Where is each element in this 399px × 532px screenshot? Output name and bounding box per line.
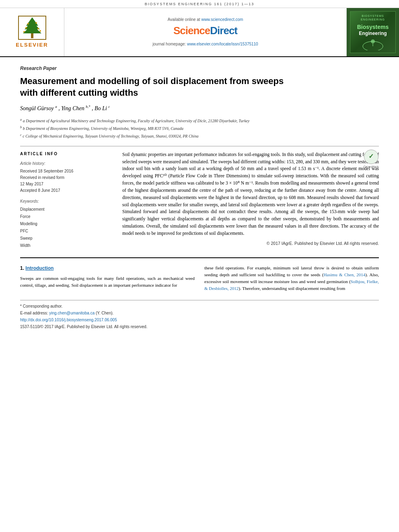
section-1-right-text: these field operations. For example, min…: [204, 265, 379, 292]
author-3: Bo Li: [95, 105, 108, 111]
copyright-line: © 2017 IAgrE. Published by Elsevier Ltd.…: [122, 240, 379, 246]
ref-solhjou[interactable]: Solhjou, Fielke, & Desbiolles, 2012: [204, 279, 379, 291]
keyword-2: Force: [20, 213, 113, 220]
paper-lower-section: 1. Introduction Sweeps are common soil-e…: [20, 257, 379, 292]
svg-point-9: [39, 30, 41, 32]
corresponding-author-note: * Corresponding author.: [20, 304, 379, 309]
keyword-6: Width: [20, 242, 113, 249]
available-online-text: Available online at www.sciencedirect.co…: [168, 17, 243, 23]
section-1-header: 1. Introduction: [20, 265, 195, 272]
email-suffix: (Y. Chen).: [96, 311, 113, 315]
biosystems-cover-inner: BIOSYSTEMS ENGINEERING Biosystems Engine…: [350, 11, 396, 53]
received-revised-label: Received in revised form: [20, 175, 113, 181]
journal-logos-row: ELSEVIER Available online at www.science…: [0, 8, 399, 56]
article-history-label: Article history:: [20, 161, 113, 166]
crossmark-icon: ✓: [364, 150, 378, 164]
crossmark-badge[interactable]: ✓ CrossMark: [364, 150, 379, 169]
doi-note: http://dx.doi.org/10.1016/j.biosystemsen…: [20, 317, 379, 323]
keyword-4: PFC: [20, 228, 113, 235]
svg-point-7: [37, 28, 39, 29]
keyword-3: Modelling: [20, 220, 113, 228]
paper-content: ✓ CrossMark Research Paper Measurement a…: [0, 57, 399, 339]
science-logo-science: Science: [173, 25, 210, 37]
author-1-sup: a: [55, 105, 57, 109]
affiliation-c: c c College of Mechanical Engineering, T…: [20, 133, 379, 139]
science-direct-url-link[interactable]: www.sciencedirect.com: [201, 17, 243, 22]
science-logo-direct: Direct: [210, 25, 237, 37]
journal-center-box: Available online at www.sciencedirect.co…: [64, 8, 347, 56]
biosystems-cover-decoration: [361, 38, 385, 50]
email-note: E-mail address: ying.chen@umanitoba.ca (…: [20, 310, 379, 316]
body-col-right: these field operations. For example, min…: [204, 265, 379, 292]
received-date: Received 18 September 2016: [20, 168, 113, 175]
section-1-left-text: Sweeps are common soil-engaging tools fo…: [20, 275, 195, 289]
keywords-label: Keywords:: [20, 199, 113, 204]
body-two-col: 1. Introduction Sweeps are common soil-e…: [20, 265, 379, 292]
accepted-date: Accepted 8 June 2017: [20, 187, 113, 194]
revised-date: 12 May 2017: [20, 181, 113, 187]
email-link[interactable]: ying.chen@umanitoba.ca: [49, 311, 95, 315]
keyword-1: Displacement: [20, 206, 113, 213]
elsevier-label: ELSEVIER: [16, 41, 48, 49]
divider-after-affiliations: [20, 146, 379, 146]
paper-title: Measurement and modelling of soil displa…: [20, 76, 302, 99]
affiliation-b: b b Department of Biosystems Engineering…: [20, 125, 379, 131]
author-2: Ying Chen: [61, 105, 86, 111]
affiliations: a a Department of Agricultural Machinery…: [20, 117, 379, 140]
keywords-list: Displacement Force Modelling PFC Sweep W…: [20, 206, 113, 249]
svg-point-4: [27, 23, 29, 25]
doi-link[interactable]: http://dx.doi.org/10.1016/j.biosystemsen…: [20, 318, 117, 322]
keyword-5: Sweep: [20, 235, 113, 242]
email-label: E-mail address:: [20, 311, 48, 315]
sciencedirect-logo: ScienceDirect: [173, 23, 237, 38]
paper-type-label: Research Paper: [20, 65, 379, 72]
body-col-left: 1. Introduction Sweeps are common soil-e…: [20, 265, 195, 292]
article-info-title: ARTICLE INFO: [20, 151, 113, 157]
journal-citation: BIOSYSTEMS ENGINEERING 161 (2017) 1—13: [145, 2, 255, 6]
svg-rect-0: [31, 33, 33, 38]
biosystems-cover-box: BIOSYSTEMS ENGINEERING Biosystems Engine…: [347, 8, 399, 56]
section-1-title: Introduction: [25, 265, 53, 271]
authors-line: Songül Gürsoy a , Ying Chen b,* , Bo Li …: [20, 105, 379, 113]
svg-point-8: [23, 31, 25, 33]
author-1: Songül Gürsoy: [20, 105, 55, 111]
journal-homepage-url[interactable]: www.elsevier.com/locate/issn/15375110: [187, 42, 258, 46]
elsevier-tree-icon: [18, 16, 46, 40]
journal-header: BIOSYSTEMS ENGINEERING 161 (2017) 1—13: [0, 0, 399, 57]
journal-homepage-line: journal homepage: www.elsevier.com/locat…: [152, 41, 258, 47]
elsevier-logo-box: ELSEVIER: [0, 8, 64, 56]
author-2-sup: b,*: [86, 105, 90, 109]
footer-copyright: 1537-5110/© 2017 IAgrE. Published by Els…: [20, 324, 379, 330]
ref-hasimu[interactable]: Hasimu & Chen, 2014: [323, 272, 365, 277]
footer-notes: * Corresponding author. E-mail address: …: [20, 300, 379, 330]
journal-top-bar: BIOSYSTEMS ENGINEERING 161 (2017) 1—13: [0, 0, 399, 8]
biosystems-cover-title: Biosystems Engineering: [357, 23, 389, 37]
biosystems-engineering-label: BIOSYSTEMS ENGINEERING: [353, 14, 393, 22]
section-1-number: 1.: [20, 265, 24, 271]
author-3-sup: c: [108, 105, 110, 109]
abstract-body: Soil dynamic properties are important pe…: [122, 152, 379, 236]
svg-point-5: [35, 22, 37, 24]
crossmark-label: CrossMark: [364, 165, 379, 169]
affiliation-a: a a Department of Agricultural Machinery…: [20, 117, 379, 124]
svg-point-12: [371, 39, 375, 43]
article-info-col: ARTICLE INFO Article history: Received 1…: [20, 151, 113, 249]
abstract-col: Soil dynamic properties are important pe…: [122, 151, 379, 249]
svg-point-6: [25, 27, 27, 29]
abstract-text: Soil dynamic properties are important pe…: [122, 151, 379, 237]
article-info-abstract-section: ARTICLE INFO Article history: Received 1…: [20, 151, 379, 249]
article-history-dates: Received 18 September 2016 Received in r…: [20, 168, 113, 194]
